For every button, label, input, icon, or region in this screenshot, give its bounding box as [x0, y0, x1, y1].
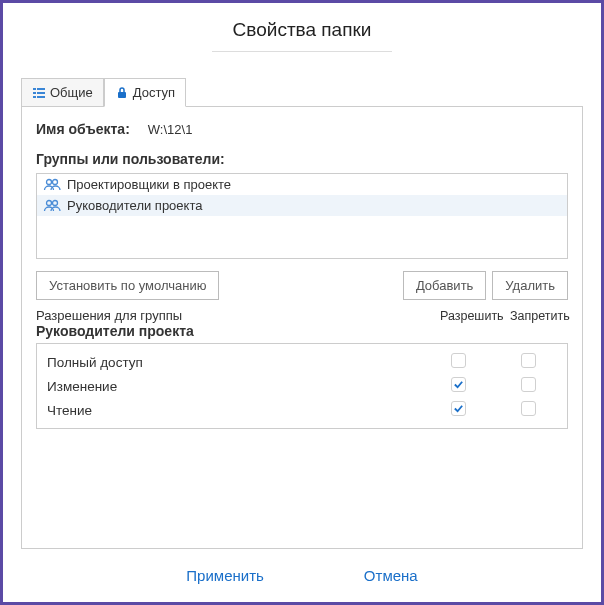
checkbox[interactable]	[451, 377, 466, 392]
permission-name: Чтение	[47, 403, 429, 418]
col-allow-label: Разрешить	[440, 309, 498, 323]
allow-cell	[429, 353, 487, 371]
set-default-button[interactable]: Установить по умолчанию	[36, 271, 219, 300]
col-deny-label: Запретить	[510, 309, 568, 323]
object-name-value: W:\12\1	[148, 122, 193, 137]
tab-general[interactable]: Общие	[21, 78, 104, 107]
title-divider	[212, 51, 392, 52]
svg-rect-5	[37, 96, 45, 98]
add-button[interactable]: Добавить	[403, 271, 486, 300]
checkbox[interactable]	[451, 401, 466, 416]
allow-cell	[429, 377, 487, 395]
title-area: Свойства папки	[21, 19, 583, 52]
permissions-caption: Разрешения для группы	[36, 308, 440, 323]
permission-name: Изменение	[47, 379, 429, 394]
allow-cell	[429, 401, 487, 419]
tab-panel-access: Имя объекта: W:\12\1 Группы или пользова…	[21, 106, 583, 549]
permission-name: Полный доступ	[47, 355, 429, 370]
tab-general-label: Общие	[50, 85, 93, 100]
lock-icon	[115, 86, 129, 100]
svg-point-8	[53, 179, 58, 184]
group-buttons-row: Установить по умолчанию Добавить Удалить	[36, 271, 568, 300]
tab-bar: Общие Доступ	[21, 78, 583, 107]
permission-row: Чтение	[37, 398, 567, 422]
svg-rect-0	[33, 88, 36, 90]
svg-rect-6	[118, 92, 126, 98]
groups-list[interactable]: Проектировщики в проекте Руководители пр…	[36, 173, 568, 259]
deny-cell	[499, 353, 557, 371]
group-item-label: Проектировщики в проекте	[67, 177, 231, 192]
tab-access-label: Доступ	[133, 85, 175, 100]
dialog-title: Свойства папки	[21, 19, 583, 51]
tab-access[interactable]: Доступ	[104, 78, 186, 107]
checkbox[interactable]	[521, 377, 536, 392]
checkbox[interactable]	[521, 353, 536, 368]
svg-point-9	[47, 200, 52, 205]
cancel-button[interactable]: Отмена	[364, 567, 418, 584]
svg-point-7	[47, 179, 52, 184]
list-icon	[32, 86, 46, 100]
svg-rect-4	[33, 96, 36, 98]
permission-row: Изменение	[37, 374, 567, 398]
checkbox[interactable]	[521, 401, 536, 416]
group-list-item[interactable]: Проектировщики в проекте	[37, 174, 567, 195]
remove-button[interactable]: Удалить	[492, 271, 568, 300]
permission-row: Полный доступ	[37, 350, 567, 374]
deny-cell	[499, 401, 557, 419]
permissions-header: Разрешения для группы Руководители проек…	[36, 308, 568, 339]
dialog-footer: Применить Отмена	[21, 549, 583, 590]
svg-rect-3	[37, 92, 45, 94]
svg-rect-2	[33, 92, 36, 94]
group-list-item[interactable]: Руководители проекта	[37, 195, 567, 216]
checkbox[interactable]	[451, 353, 466, 368]
group-item-label: Руководители проекта	[67, 198, 202, 213]
permissions-table: Полный доступ Изменение Чтение	[36, 343, 568, 429]
deny-cell	[499, 377, 557, 395]
dialog-window: Свойства папки Общие	[0, 0, 604, 605]
object-name-label: Имя объекта:	[36, 121, 130, 137]
object-name-row: Имя объекта: W:\12\1	[36, 121, 568, 137]
svg-rect-1	[37, 88, 45, 90]
users-icon	[43, 178, 61, 192]
apply-button[interactable]: Применить	[186, 567, 264, 584]
groups-label: Группы или пользователи:	[36, 151, 568, 167]
svg-point-10	[53, 200, 58, 205]
permissions-group-name: Руководители проекта	[36, 323, 440, 339]
users-icon	[43, 199, 61, 213]
